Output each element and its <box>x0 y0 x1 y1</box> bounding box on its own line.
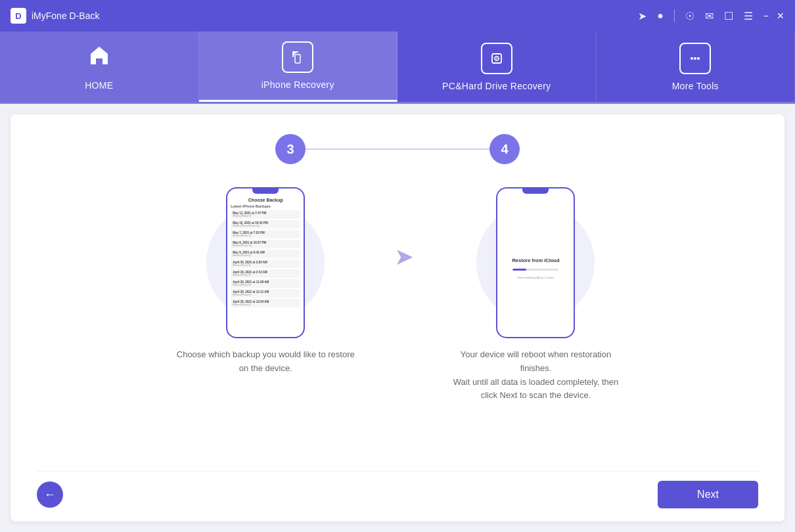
window-controls: − ✕ <box>763 11 784 21</box>
step-4-circle: 4 <box>489 134 520 164</box>
back-button[interactable]: ← <box>37 481 63 508</box>
phone-container-1: Choose Backup Latest iPhone Backups May … <box>206 184 325 342</box>
nav-item-pc-recovery[interactable]: PC&Hard Drive Recovery <box>398 32 597 102</box>
step-3-circle: 3 <box>275 134 306 164</box>
icloud-time-text: Time remaining: About 1 minute <box>517 276 554 279</box>
app-logo: D <box>11 8 26 24</box>
arrow-connector: ➤ <box>394 243 414 271</box>
minimize-button[interactable]: − <box>763 11 769 21</box>
titlebar-right: ➤ ● ☉ ✉ ☐ ☰ − ✕ <box>638 9 784 22</box>
phone-container-2: Restore from iCloud Time remaining: Abou… <box>476 184 595 342</box>
mail-icon[interactable]: ✉ <box>705 10 714 22</box>
backup-item: May 11, 2021 at 7:47 PM iPhone (iPhone 5… <box>231 210 300 219</box>
chat-icon[interactable]: ☐ <box>724 10 733 22</box>
backup-item: April 30, 2021 at 2:13 AM iPhone (Phone … <box>231 269 300 278</box>
phone-screen-1: Choose Backup Latest iPhone Backups May … <box>227 194 304 338</box>
step-connector-line <box>306 148 489 150</box>
svg-point-5 <box>694 57 696 60</box>
share-icon[interactable]: ➤ <box>638 10 647 22</box>
illustration-group-4: Restore from iCloud Time remaining: Abou… <box>453 184 618 403</box>
steps-row: 3 4 <box>37 134 758 164</box>
nav-label-home: HOME <box>85 80 113 91</box>
backup-item: May 10, 2021 at 10:42 PM iPhone (Phone i… <box>231 220 300 229</box>
user-icon[interactable]: ● <box>657 10 664 22</box>
backup-item: April 30, 2021 at 2:03 AM iPhone (Phone … <box>231 259 300 268</box>
backup-item: May 6, 2021 at 10:57 PM iPhone (Phone 5s… <box>231 240 300 248</box>
phone-frame-2: Restore from iCloud Time remaining: Abou… <box>496 187 575 338</box>
close-button[interactable]: ✕ <box>777 11 784 21</box>
bottom-bar: ← Next <box>37 471 758 508</box>
nav-item-home[interactable]: HOME <box>0 32 199 102</box>
svg-point-4 <box>691 57 693 60</box>
phone-title-1: Choose Backup <box>231 198 300 202</box>
navbar: HOME iPhone Recovery PC&Hard Drive Recov… <box>0 32 795 104</box>
nav-label-more-tools: More Tools <box>672 81 719 91</box>
nav-label-pc-recovery: PC&Hard Drive Recovery <box>442 81 551 91</box>
svg-point-3 <box>496 58 497 59</box>
icloud-progress-fill <box>512 269 526 271</box>
backup-item: April 30, 2021 at 11:11 AM iPhone (Phone… <box>231 289 300 298</box>
location-icon[interactable]: ☉ <box>685 10 694 22</box>
illustrations-row: Choose Backup Latest iPhone Backups May … <box>37 184 758 464</box>
phone-notch-2 <box>522 188 549 194</box>
menu-icon[interactable]: ☰ <box>744 10 753 22</box>
backup-item: May 5, 2021 at 9:42 AM iPhone (Phone 5) <box>231 250 300 258</box>
svg-rect-0 <box>295 55 300 63</box>
app-title: iMyFone D-Back <box>32 11 99 21</box>
nav-item-more-tools[interactable]: More Tools <box>597 32 796 102</box>
main-content: 3 4 Choose Backup Latest iPhone Backups … <box>11 114 784 521</box>
separator <box>674 9 675 22</box>
nav-label-iphone-recovery: iPhone Recovery <box>261 79 334 90</box>
nav-item-iphone-recovery[interactable]: iPhone Recovery <box>199 32 398 102</box>
phone-frame-1: Choose Backup Latest iPhone Backups May … <box>226 187 305 338</box>
titlebar-left: D iMyFone D-Back <box>11 8 99 24</box>
svg-point-6 <box>697 57 700 60</box>
phone-subtitle-1: Latest iPhone Backups <box>231 204 300 208</box>
backup-item: May 7, 2021 at 7:20 PM iPhone (iPhone 5) <box>231 230 300 238</box>
arrow-right-icon: ➤ <box>394 243 414 271</box>
home-icon <box>87 43 112 74</box>
icloud-title: Restore from iCloud <box>512 257 559 263</box>
backup-item: April 25, 2021 at 12:54 AM iPhone (Phone… <box>231 299 300 307</box>
icloud-screen: Restore from iCloud Time remaining: Abou… <box>497 194 574 338</box>
illustration-group-3: Choose Backup Latest iPhone Backups May … <box>177 184 355 376</box>
pc-recovery-icon <box>481 43 512 74</box>
more-tools-icon <box>679 43 711 74</box>
next-button[interactable]: Next <box>658 481 758 508</box>
phone-notch-1 <box>252 188 279 194</box>
titlebar: D iMyFone D-Back ➤ ● ☉ ✉ ☐ ☰ − ✕ <box>0 0 795 32</box>
description-step4: Your device will reboot when restoration… <box>453 348 618 403</box>
iphone-recovery-icon <box>282 41 313 73</box>
backup-item: April 30, 2021 at 11:09 AM iPhone (Phone… <box>231 279 300 288</box>
icloud-progress-bar <box>512 269 558 271</box>
description-step3: Choose which backup you would like to re… <box>177 348 355 376</box>
